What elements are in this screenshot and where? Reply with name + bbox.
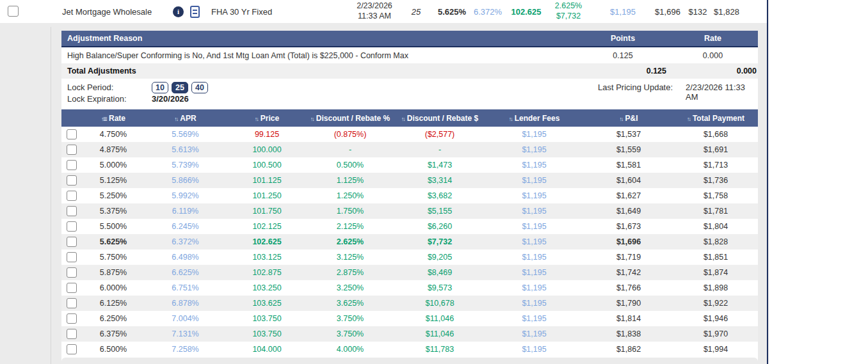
rate-row-checkbox[interactable]	[67, 221, 77, 232]
rate-row-checkbox[interactable]	[67, 175, 77, 186]
sort-icon: ↑↓	[255, 116, 258, 122]
discount-pct-cell: 1.125%	[305, 176, 395, 185]
column-header-price[interactable]: ↑↓Price	[229, 114, 305, 123]
rate-row-checkbox[interactable]	[67, 344, 77, 354]
total-payment-cell: $1,758	[673, 191, 758, 200]
rate-row-checkbox[interactable]	[67, 145, 77, 155]
product-summary-row: Jet Mortgage Wholesale i FHA 30 Yr Fixed…	[0, 0, 768, 23]
sort-icon: ↑↓	[174, 116, 177, 122]
rate-cell: 4.750%	[84, 130, 142, 139]
product-select-checkbox[interactable]	[8, 6, 19, 17]
document-icon[interactable]	[190, 6, 200, 18]
content-right-divider	[767, 0, 768, 364]
rate-row-5.000[interactable]: 5.000%5.739%100.5000.500%$1,473$1,195$1,…	[61, 157, 758, 173]
discount-amt-cell: $6,260	[395, 222, 485, 231]
rate-cell: 5.625%	[84, 237, 142, 246]
lock-period-option-40[interactable]: 40	[191, 82, 208, 93]
total-payment-cell: $1,874	[673, 268, 758, 277]
discount-amt-cell: $9,573	[395, 283, 485, 292]
total-payment-cell: $1,851	[673, 253, 758, 262]
adjustments-total-row: Total Adjustments 0.125 0.000	[61, 63, 758, 79]
total-payment-cell: $1,736	[673, 176, 758, 185]
price-cell: 101.250	[229, 191, 305, 200]
rate-row-checkbox[interactable]	[67, 313, 77, 324]
rate-row-5.125[interactable]: 5.125%5.866%101.1251.125%$3,314$1,195$1,…	[61, 173, 758, 188]
price-cell: 102.125	[229, 222, 305, 231]
adjustment-points: 0.125	[578, 51, 668, 60]
column-header-total-payment[interactable]: ↑↓Total Payment	[673, 114, 758, 123]
rate-row-checkbox[interactable]	[67, 129, 77, 139]
price-cell: 99.125	[229, 130, 305, 139]
discount-pct-cell: 3.750%	[305, 314, 395, 323]
pi-cell: $1,790	[584, 299, 673, 308]
rate-row-6.500[interactable]: 6.500%7.258%104.0004.000%$11,783$1,195$1…	[61, 342, 758, 357]
lock-period-option-25[interactable]: 25	[172, 82, 188, 93]
lock-period-option-10[interactable]: 10	[152, 82, 168, 93]
apr-cell: 7.004%	[142, 314, 229, 323]
rate-row-checkbox[interactable]	[67, 160, 77, 170]
rate-row-6.250[interactable]: 6.250%7.004%103.7503.750%$11,046$1,195$1…	[61, 311, 758, 326]
apr-cell: 6.751%	[142, 283, 229, 292]
rate-row-checkbox[interactable]	[67, 237, 77, 247]
rate-row-6.375[interactable]: 6.375%7.131%103.7503.750%$11,046$1,195$1…	[61, 326, 758, 342]
lender-fees-cell: $1,195	[485, 253, 584, 262]
apr-cell: 5.613%	[142, 145, 229, 154]
rate-row-checkbox[interactable]	[67, 252, 77, 262]
summary-lender-fees[interactable]: $1,195	[610, 0, 636, 23]
discount-amt-cell: $3,682	[395, 191, 485, 200]
rate-cell: 4.875%	[84, 145, 142, 154]
info-icon[interactable]: i	[173, 6, 184, 17]
discount-pct-cell: 2.625%	[305, 237, 395, 246]
rate-row-5.625[interactable]: 5.625%6.372%102.6252.625%$7,732$1,195$1,…	[61, 234, 758, 249]
column-header-discount-rebate[interactable]: ↑↓Discount / Rebate %	[305, 114, 395, 123]
lender-fees-cell: $1,195	[485, 222, 584, 231]
discount-pct-cell: 2.875%	[305, 268, 395, 277]
discount-amt-cell: $11,783	[395, 345, 485, 354]
sort-icon: ↑↓	[401, 116, 405, 122]
price-cell: 103.250	[229, 283, 305, 292]
rate-row-5.875[interactable]: 5.875%6.625%102.8752.875%$8,469$1,195$1,…	[61, 265, 758, 280]
rate-row-checkbox-cell	[61, 145, 84, 155]
summary-apr[interactable]: 6.372%	[474, 0, 502, 23]
price-cell: 102.875	[229, 268, 305, 277]
lock-period-label: Lock Period:	[67, 83, 113, 92]
rate-row-5.375[interactable]: 5.375%6.119%101.7501.750%$5,155$1,195$1,…	[61, 203, 758, 219]
rate-row-5.750[interactable]: 5.750%6.498%103.1253.125%$9,205$1,195$1,…	[61, 249, 758, 265]
discount-amt-cell: $9,205	[395, 253, 485, 262]
column-header-rate[interactable]: ↑≣Rate	[84, 114, 142, 123]
column-header-lender-fees[interactable]: ↑↓Lender Fees	[485, 114, 584, 123]
last-pricing-update-label: Last Pricing Update:	[598, 83, 673, 92]
discount-pct-cell: 1.750%	[305, 207, 395, 216]
rate-row-checkbox[interactable]	[67, 283, 77, 293]
rate-row-checkbox[interactable]	[67, 206, 77, 216]
rate-row-checkbox-cell	[61, 175, 84, 186]
column-header-p-i[interactable]: ↑↓P&I	[584, 114, 673, 123]
lender-fees-cell: $1,195	[485, 130, 584, 139]
rate-row-4.875[interactable]: 4.875%5.613%100.000--$1,195$1,559$1,691	[61, 142, 758, 157]
column-header-discount-rebate[interactable]: ↑↓Discount / Rebate $	[395, 114, 485, 123]
pi-cell: $1,719	[584, 253, 673, 262]
lender-fees-cell: $1,195	[485, 345, 584, 354]
pricing-datetime: 2/23/202611:33 AM	[357, 0, 392, 23]
rate-row-5.250[interactable]: 5.250%5.992%101.2501.250%$3,682$1,195$1,…	[61, 188, 758, 203]
rate-row-4.750[interactable]: 4.750%5.569%99.125(0.875%)($2,577)$1,195…	[61, 127, 758, 142]
rate-row-5.500[interactable]: 5.500%6.245%102.1252.125%$6,260$1,195$1,…	[61, 219, 758, 234]
rate-row-checkbox[interactable]	[67, 267, 77, 278]
rate-table-rows: 4.750%5.569%99.125(0.875%)($2,577)$1,195…	[61, 127, 758, 357]
adjustment-reason: High Balance/Super Conforming is No, And…	[61, 51, 578, 60]
rate-row-6.000[interactable]: 6.000%6.751%103.2503.250%$9,573$1,195$1,…	[61, 280, 758, 296]
apr-cell: 6.372%	[142, 237, 229, 246]
summary-rebate: 2.625%$7,732	[555, 0, 582, 23]
summary-rate: 5.625%	[438, 0, 466, 23]
rate-row-checkbox[interactable]	[67, 329, 77, 339]
column-header-apr[interactable]: ↑↓APR	[142, 114, 229, 123]
column-header-label: APR	[180, 114, 196, 123]
rate-row-6.125[interactable]: 6.125%6.878%103.6253.625%$10,678$1,195$1…	[61, 296, 758, 311]
rate-row-checkbox[interactable]	[67, 298, 77, 308]
rate-cell: 5.000%	[84, 161, 142, 170]
lender-fees-cell: $1,195	[485, 161, 584, 170]
summary-total-payment: $1,828	[714, 0, 739, 23]
rate-row-checkbox[interactable]	[67, 191, 77, 201]
sort-icon: ↑↓	[509, 116, 512, 122]
pi-cell: $1,696	[584, 237, 673, 246]
